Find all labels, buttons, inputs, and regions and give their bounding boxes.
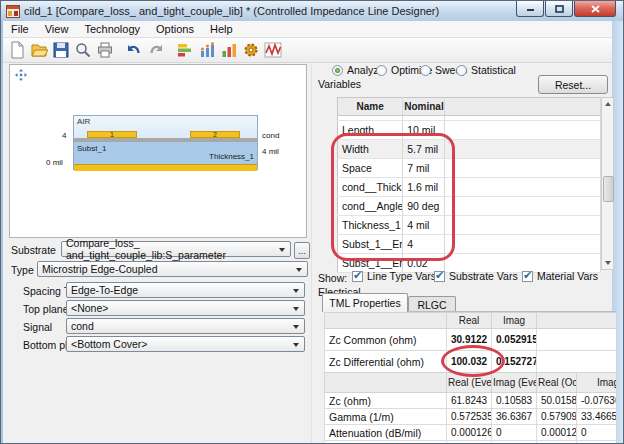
value-cell: 61.8243 xyxy=(447,393,492,409)
mode-table: Real (Even) Imag (Even) Real (Odd) Imag … xyxy=(324,372,616,443)
signal-dropdown[interactable]: cond xyxy=(66,318,305,334)
waveform-icon[interactable] xyxy=(263,40,283,60)
menu-item-help[interactable]: Help xyxy=(202,22,241,36)
scroll-up-icon[interactable] xyxy=(602,98,613,110)
empty-cell xyxy=(537,329,617,351)
real-value-cell: 100.032 xyxy=(447,351,492,373)
bar-chart-icon[interactable] xyxy=(175,40,195,60)
var-empty-cell xyxy=(445,178,601,197)
conductor-trace-2[interactable]: 2 xyxy=(190,131,240,138)
var-nominal-cell: 90 deg xyxy=(403,197,445,216)
value-cell: 0.572535 xyxy=(447,409,492,425)
var-nominal-cell: 1.6 mil xyxy=(403,178,445,197)
var-nominal-cell: 10 mil xyxy=(403,121,445,140)
minimize-button[interactable] xyxy=(516,1,544,17)
substrate-dropdown[interactable]: Compare_loss_ and_tight_couple_lib:S_par… xyxy=(61,241,291,257)
toolbar xyxy=(3,38,612,63)
spacing-type-dropdown[interactable]: Edge-To-Edge xyxy=(66,282,305,298)
top-plane-label: Top plane xyxy=(23,303,69,315)
value-cell: 0 xyxy=(492,425,537,441)
var-empty-cell xyxy=(445,197,601,216)
app-window: cild_1 [Compare_loss_ and_tight_couple_l… xyxy=(0,0,624,444)
var-empty-cell xyxy=(445,216,601,235)
type-dropdown[interactable]: Microstrip Edge-Coupled xyxy=(37,261,308,277)
menu-item-technology[interactable]: Technology xyxy=(76,22,148,36)
thickness-label: Thickness_1 xyxy=(209,152,254,161)
var-nominal-cell: 7 mil xyxy=(403,159,445,178)
radio-label: Statistical xyxy=(471,64,516,76)
scrollbar-thumb[interactable] xyxy=(603,176,614,202)
variables-table: Name Nominal Length10 milWidth5.7 milSpa… xyxy=(337,97,601,273)
open-folder-icon[interactable] xyxy=(29,40,49,60)
zc-header-row: Real Imag xyxy=(325,313,617,329)
titlebar: cild_1 [Compare_loss_ and_tight_couple_l… xyxy=(1,1,623,21)
table-row[interactable]: Attenuation (dB)0.0012631400.00127760 xyxy=(325,441,617,444)
table-row[interactable]: Attenuation (dB/mil)0.00012631400.000127… xyxy=(325,425,617,441)
table-row[interactable]: Width5.7 mil xyxy=(338,140,601,159)
value-cell: 0 xyxy=(577,441,617,444)
value-cell: 0.10583 xyxy=(492,393,537,409)
imag-even-column-header: Imag (Even) xyxy=(492,373,537,393)
menu-bar: FileViewTechnologyOptionsHelp xyxy=(3,21,612,38)
substrate-browse-button[interactable]: ... xyxy=(294,242,310,259)
value-cell: 0 xyxy=(492,441,537,444)
scroll-down-icon[interactable] xyxy=(602,257,613,269)
radio-icon xyxy=(332,65,343,76)
zoom-icon[interactable] xyxy=(73,40,93,60)
table-row[interactable]: Subst_1__Er__Real4 xyxy=(338,235,601,254)
save-icon[interactable] xyxy=(51,40,71,60)
var-nominal-cell: 5.7 mil xyxy=(403,140,445,159)
imag-odd-column-header: Imag (Odd xyxy=(577,373,617,393)
var-name-cell: Thickness_1 xyxy=(338,216,403,235)
table-row[interactable]: cond__Thickness1.6 mil xyxy=(338,178,601,197)
table-row[interactable]: Zc Differential (ohm)100.0320.152727 xyxy=(325,351,617,373)
table-row[interactable]: Zc (ohm)61.82430.1058350.0158-0.0763633 xyxy=(325,393,617,409)
reset-button[interactable]: Reset... xyxy=(538,75,608,94)
menu-item-view[interactable]: View xyxy=(37,22,77,36)
var-empty-cell xyxy=(445,235,601,254)
substrate-name-label: Subst_1 xyxy=(77,144,106,153)
checkbox-material-vars[interactable]: Material Vars xyxy=(522,270,598,282)
undo-icon[interactable] xyxy=(124,40,144,60)
row-label-cell: Attenuation (dB) xyxy=(325,441,447,444)
table-row[interactable]: Space7 mil xyxy=(338,159,601,178)
redo-icon[interactable] xyxy=(146,40,166,60)
new-document-icon[interactable] xyxy=(7,40,27,60)
table-row[interactable]: Thickness_14 mil xyxy=(338,216,601,235)
imag-value-cell: 0.152727 xyxy=(492,351,537,373)
conductor-trace-1[interactable]: 1 xyxy=(87,131,137,138)
substrate-stack: AIR 1 2 Subst_1 Thickness_1 xyxy=(73,115,258,170)
table-row[interactable]: cond__Angle90 deg xyxy=(338,197,601,216)
var-name-cell: cond__Angle xyxy=(338,197,403,216)
menu-item-file[interactable]: File xyxy=(3,22,37,36)
radio-icon xyxy=(376,65,387,76)
variables-header-row: Name Nominal xyxy=(338,98,601,116)
top-plane-dropdown[interactable]: <None> xyxy=(66,300,305,316)
checkbox-substrate-vars[interactable]: Substrate Vars xyxy=(434,270,518,282)
tab-rlgc[interactable]: RLGC xyxy=(408,296,456,312)
column-chart-icon[interactable] xyxy=(219,40,239,60)
bottom-plane-dropdown[interactable]: <Bottom Cover> xyxy=(66,336,305,352)
cond-name-label: cond xyxy=(262,131,279,140)
print-icon[interactable] xyxy=(95,40,115,60)
menu-item-options[interactable]: Options xyxy=(148,22,202,36)
value-cell: 0.579091 xyxy=(537,409,577,425)
tab-tml-properties[interactable]: TML Properties xyxy=(322,293,408,312)
nominal-column-header[interactable]: Nominal xyxy=(403,98,445,116)
table-row[interactable]: Length10 mil xyxy=(338,121,601,140)
value-cell: 33.4665 xyxy=(577,409,617,425)
scatter-chart-icon[interactable] xyxy=(197,40,217,60)
table-row[interactable]: Zc Common (ohm)30.91220.0529152 xyxy=(325,329,617,351)
checkbox-icon xyxy=(522,271,533,282)
name-column-header[interactable]: Name xyxy=(338,98,403,116)
checkbox-line-type-vars[interactable]: Line Type Vars xyxy=(352,270,436,282)
mode-radio-statistical[interactable]: Statistical xyxy=(456,64,516,76)
window-title: cild_1 [Compare_loss_ and_tight_couple_l… xyxy=(24,5,439,17)
gear-icon[interactable] xyxy=(241,40,261,60)
variables-scrollbar[interactable] xyxy=(601,97,614,270)
substrate-label: Substrate xyxy=(11,244,56,256)
maximize-button[interactable] xyxy=(545,1,573,17)
close-button[interactable] xyxy=(574,1,616,17)
cross-section-canvas[interactable]: AIR 1 2 Subst_1 Thickness_1 4 0 mil cond… xyxy=(9,64,307,238)
table-row[interactable]: Gamma (1/m)0.57253536.63670.57909133.466… xyxy=(325,409,617,425)
